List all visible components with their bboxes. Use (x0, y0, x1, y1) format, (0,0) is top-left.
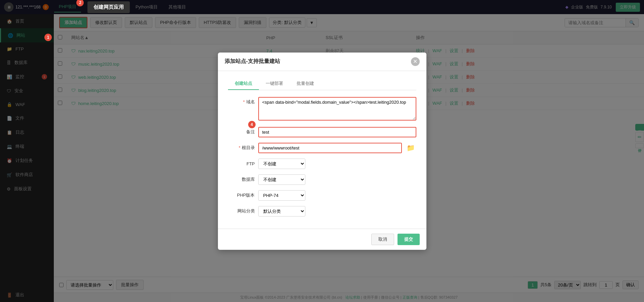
modal-tabs: 创建站点 一键部署 批量创建 (228, 78, 416, 90)
category-form-select[interactable]: 默认分类 (258, 206, 305, 216)
rootdir-label: * 根目录 (228, 145, 255, 151)
category-form-row: 网站分类 默认分类 (228, 206, 416, 216)
domain-form-row: * 域名 <span data-bind="modal.fields.domai… (228, 97, 416, 122)
database-label: 数据库 (228, 176, 255, 182)
modal-overlay: 添加站点-支持批量建站 ✕ 创建站点 一键部署 批量创建 * 域名 (0, 0, 644, 302)
create-webapp-tooltip: 创建网页应用 (87, 1, 130, 13)
modal-close-button[interactable]: ✕ (411, 57, 420, 66)
rootdir-form-row: * 根目录 📁 网页文件地址 5 (228, 143, 416, 153)
folder-browse-button[interactable]: 📁 (405, 144, 416, 152)
modal-header: 添加站点-支持批量建站 ✕ (218, 53, 426, 71)
php-version-label: PHP版本 (228, 192, 255, 198)
php-version-select[interactable]: PHP-74 PHP-73 PHP-80 (258, 190, 305, 201)
remark-label: 备注 (228, 129, 255, 135)
modal-submit-button[interactable]: 提交 (397, 234, 420, 245)
annotation-circle-1: 1 (44, 34, 52, 41)
modal-body: 创建站点 一键部署 批量创建 * 域名 <span data-bind="mod… (218, 71, 426, 229)
ftp-label: FTP (228, 161, 255, 166)
domain-label: * 域名 (228, 97, 255, 105)
category-form-label: 网站分类 (228, 208, 255, 214)
php-version-form-row: PHP版本 PHP-74 PHP-73 PHP-80 (228, 190, 416, 201)
rootdir-input-wrapper (258, 143, 402, 153)
modal-tab-batch[interactable]: 批量创建 (290, 78, 321, 90)
ftp-form-row: FTP 不创建 不创建 (228, 159, 416, 169)
modal-tab-create[interactable]: 创建站点 (228, 78, 259, 90)
modal: 添加站点-支持批量建站 ✕ 创建站点 一键部署 批量创建 * 域名 (218, 53, 426, 250)
modal-footer: 取消 提交 (218, 229, 426, 250)
domain-input[interactable]: <span data-bind="modal.fields.domain_val… (258, 97, 416, 121)
database-select[interactable]: 不创建 (258, 174, 305, 185)
modal-cancel-button[interactable]: 取消 (371, 234, 394, 245)
remark-input[interactable] (258, 127, 416, 137)
database-form-row: 数据库 不创建 (228, 174, 416, 185)
ftp-select[interactable]: 不创建 不创建 (258, 159, 305, 169)
modal-title: 添加站点-支持批量建站 (225, 58, 280, 65)
modal-tab-onedeploy[interactable]: 一键部署 (259, 78, 290, 90)
rootdir-input[interactable] (259, 143, 401, 153)
remark-form-row: 备注 4 (228, 127, 416, 137)
annotation-circle-4: 4 (248, 121, 256, 128)
